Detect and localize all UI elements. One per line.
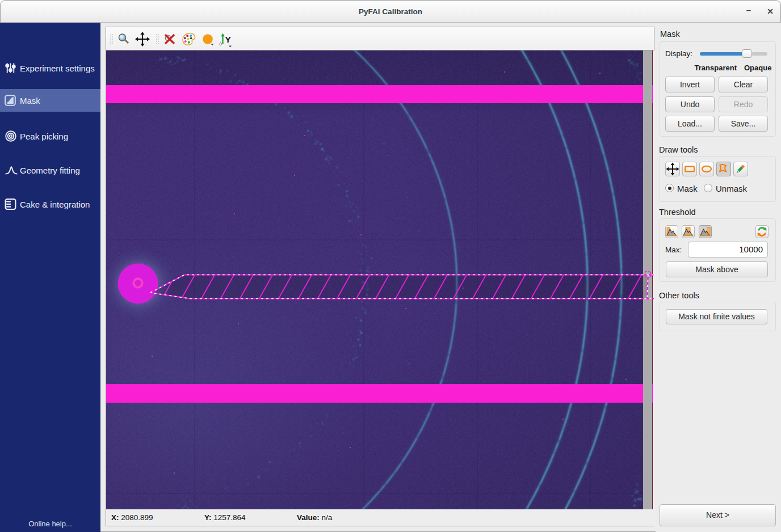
svg-text:0: 0: [220, 41, 222, 47]
svg-text:Y: Y: [225, 35, 232, 44]
